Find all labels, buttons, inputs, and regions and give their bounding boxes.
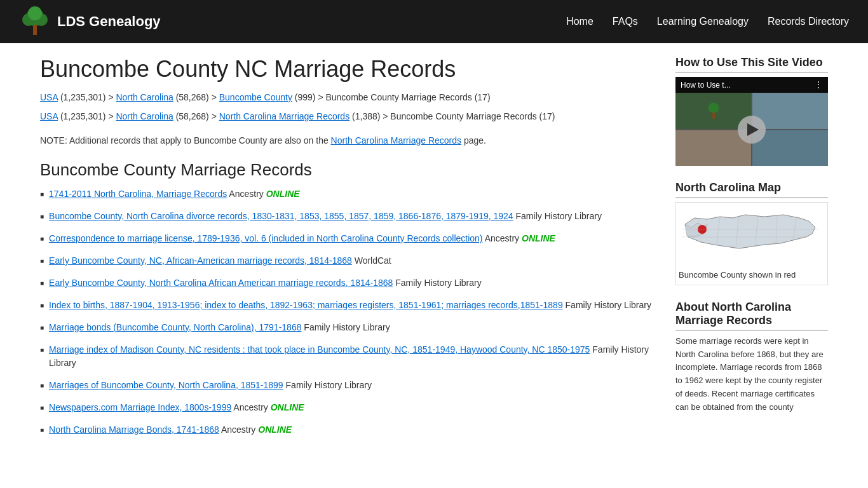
breadcrumb-1: USA (1,235,301) > North Carolina (58,268… bbox=[40, 90, 656, 104]
record-link-4[interactable]: Early Buncombe County, NC, African-Ameri… bbox=[49, 255, 352, 266]
map-caption: Buncombe County shown in red bbox=[679, 269, 825, 282]
svg-point-5 bbox=[708, 103, 719, 114]
main-nav: Home FAQs Learning Genealogy Records Dir… bbox=[566, 16, 849, 27]
video-image-area bbox=[675, 93, 828, 166]
video-section-title: How to Use This Site Video bbox=[675, 56, 828, 73]
record-link-1[interactable]: 1741-2011 North Carolina, Marriage Recor… bbox=[49, 189, 227, 199]
nc-map-container: Buncombe County shown in red bbox=[675, 202, 828, 285]
nav-records-directory[interactable]: Records Directory bbox=[768, 16, 849, 27]
list-item: Marriage bonds (Buncombe County, North C… bbox=[40, 321, 656, 334]
note-link[interactable]: North Carolina Marriage Records bbox=[331, 135, 461, 146]
page-title: Buncombe County NC Marriage Records bbox=[40, 56, 656, 83]
list-item: Correspondence to marriage license, 1789… bbox=[40, 232, 656, 245]
note-text: NOTE: Additional records that apply to B… bbox=[40, 134, 656, 147]
list-item: Newspapers.com Marriage Index, 1800s-199… bbox=[40, 401, 656, 414]
breadcrumb-usa-2[interactable]: USA bbox=[40, 111, 58, 121]
breadcrumb-nc-1[interactable]: North Carolina bbox=[116, 92, 173, 102]
svg-rect-4 bbox=[33, 25, 37, 35]
breadcrumb-2: USA (1,235,301) > North Carolina (58,268… bbox=[40, 109, 656, 123]
list-item: Early Buncombe County, North Carolina Af… bbox=[40, 276, 656, 290]
main-wrapper: Buncombe County NC Marriage Records USA … bbox=[27, 43, 841, 458]
records-list: 1741-2011 North Carolina, Marriage Recor… bbox=[40, 187, 656, 437]
svg-point-3 bbox=[28, 6, 42, 20]
sidebar: How to Use This Site Video How to Use t.… bbox=[675, 56, 828, 445]
online-badge-11: ONLINE bbox=[258, 424, 292, 435]
about-section-title: About North Carolina Marriage Records bbox=[675, 301, 828, 331]
map-section: North Carolina Map bbox=[675, 181, 828, 285]
nc-map bbox=[679, 205, 825, 262]
nav-faqs[interactable]: FAQs bbox=[613, 16, 638, 27]
video-section: How to Use This Site Video How to Use t.… bbox=[675, 56, 828, 166]
online-badge-10: ONLINE bbox=[271, 402, 304, 412]
record-link-10[interactable]: Newspapers.com Marriage Index, 1800s-199… bbox=[49, 402, 231, 412]
record-link-11[interactable]: North Carolina Marriage Bonds, 1741-1868 bbox=[49, 424, 219, 435]
main-content: Buncombe County NC Marriage Records USA … bbox=[40, 56, 656, 445]
logo-icon bbox=[19, 6, 51, 37]
video-menu-icon: ⋮ bbox=[814, 79, 823, 90]
section-title: Buncombe County Marriage Records bbox=[40, 160, 656, 180]
about-section: About North Carolina Marriage Records So… bbox=[675, 301, 828, 414]
about-text: Some marriage records were kept in North… bbox=[675, 335, 828, 414]
nav-learning-genealogy[interactable]: Learning Genealogy bbox=[657, 16, 749, 27]
breadcrumb-nc-2[interactable]: North Carolina bbox=[116, 111, 173, 121]
online-badge-3: ONLINE bbox=[522, 233, 555, 243]
play-triangle-icon bbox=[747, 123, 759, 136]
record-link-7[interactable]: Marriage bonds (Buncombe County, North C… bbox=[49, 322, 301, 332]
list-item: Early Buncombe County, NC, African-Ameri… bbox=[40, 254, 656, 268]
video-top-bar: How to Use t... ⋮ bbox=[675, 77, 828, 93]
online-badge-1: ONLINE bbox=[266, 189, 300, 199]
video-thumbnail[interactable]: How to Use t... ⋮ bbox=[675, 77, 828, 166]
breadcrumb-buncombe[interactable]: Buncombe County bbox=[219, 92, 292, 102]
record-link-9[interactable]: Marriages of Buncombe County, North Caro… bbox=[49, 380, 283, 390]
record-link-6[interactable]: Index to births, 1887-1904, 1913-1956; i… bbox=[49, 300, 563, 310]
list-item: Index to births, 1887-1904, 1913-1956; i… bbox=[40, 299, 656, 312]
svg-rect-6 bbox=[712, 112, 715, 119]
record-link-3[interactable]: Correspondence to marriage license, 1789… bbox=[49, 233, 482, 243]
video-tree-icon bbox=[704, 101, 723, 120]
list-item: Buncombe County, North Carolina divorce … bbox=[40, 210, 656, 223]
record-link-8[interactable]: Marriage index of Madison County, NC res… bbox=[49, 344, 590, 355]
logo-area[interactable]: LDS Genealogy bbox=[19, 6, 161, 37]
list-item: North Carolina Marriage Bonds, 1741-1868… bbox=[40, 423, 656, 437]
list-item: 1741-2011 North Carolina, Marriage Recor… bbox=[40, 187, 656, 201]
breadcrumb-nc-marriage[interactable]: North Carolina Marriage Records bbox=[219, 111, 349, 121]
site-header: LDS Genealogy Home FAQs Learning Genealo… bbox=[0, 0, 868, 43]
logo-text: LDS Genealogy bbox=[57, 13, 161, 30]
record-link-5[interactable]: Early Buncombe County, North Carolina Af… bbox=[49, 278, 393, 288]
list-item: Marriage index of Madison County, NC res… bbox=[40, 343, 656, 370]
map-section-title: North Carolina Map bbox=[675, 181, 828, 198]
video-title: How to Use t... bbox=[681, 81, 731, 90]
play-button[interactable] bbox=[738, 116, 766, 144]
record-link-2[interactable]: Buncombe County, North Carolina divorce … bbox=[49, 211, 513, 221]
list-item: Marriages of Buncombe County, North Caro… bbox=[40, 379, 656, 392]
breadcrumb-usa-1[interactable]: USA bbox=[40, 92, 58, 102]
nav-home[interactable]: Home bbox=[566, 16, 593, 27]
